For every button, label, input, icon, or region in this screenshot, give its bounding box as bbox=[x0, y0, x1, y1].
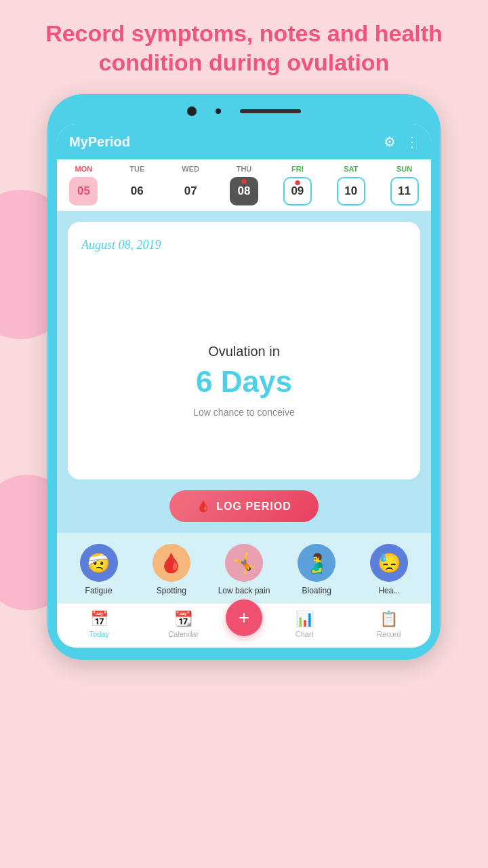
symptom-icon-1: 🩸 bbox=[152, 544, 190, 582]
day-name: SUN bbox=[396, 165, 412, 173]
log-period-label: LOG PERIOD bbox=[216, 500, 291, 513]
nav-item-record[interactable]: 📋Record bbox=[347, 610, 432, 638]
nav-item-calendar[interactable]: 📆Calendar bbox=[142, 610, 226, 638]
day-name: FRI bbox=[291, 165, 304, 173]
nav-icon-record: 📋 bbox=[380, 610, 398, 628]
ovulation-sub: Low chance to conceive bbox=[193, 407, 294, 418]
phone-dot bbox=[216, 108, 221, 114]
dot-indicator bbox=[242, 179, 247, 184]
app-title: MyPeriod bbox=[69, 134, 130, 150]
nav-icon-today: 📅 bbox=[90, 610, 108, 628]
nav-icon-calendar: 📆 bbox=[174, 610, 192, 628]
phone-frame: MyPeriod ⚙ ⋮ MON05TUE06WED07THU08FRI09SA… bbox=[47, 94, 441, 660]
card-date: August 08, 2019 bbox=[81, 238, 161, 252]
ovulation-card: August 08, 2019 Ovulation in 6 Days Low … bbox=[68, 222, 420, 479]
dot-indicator bbox=[295, 180, 300, 185]
nav-label-calendar: Calendar bbox=[168, 630, 199, 638]
day-name: MON bbox=[75, 165, 93, 173]
ovulation-label: Ovulation in bbox=[208, 344, 280, 359]
app-header: MyPeriod ⚙ ⋮ bbox=[57, 124, 431, 159]
nav-item-today[interactable]: 📅Today bbox=[57, 610, 142, 638]
symptom-label-2: Low back pain bbox=[218, 586, 270, 595]
nav-add-button[interactable]: + bbox=[226, 599, 262, 636]
nav-icon-chart: 📊 bbox=[296, 610, 314, 628]
nav-label-today: Today bbox=[89, 630, 109, 638]
day-date: 07 bbox=[176, 177, 205, 205]
symptom-label-1: Spotting bbox=[157, 586, 186, 595]
day-date: 05 bbox=[69, 177, 98, 205]
page-header: Record symptoms, notes and health condit… bbox=[0, 0, 488, 87]
symptom-icon-4: 😓 bbox=[370, 544, 408, 582]
nav-label-record: Record bbox=[377, 630, 401, 638]
symptom-label-4: Hea... bbox=[378, 586, 400, 595]
calendar-day-05[interactable]: MON05 bbox=[57, 159, 110, 211]
log-period-button[interactable]: 🩸 LOG PERIOD bbox=[169, 490, 318, 522]
calendar-day-08[interactable]: THU08 bbox=[218, 159, 271, 211]
symptom-item-0[interactable]: 🤕Fatigue bbox=[62, 544, 135, 595]
day-name: TUE bbox=[129, 165, 144, 173]
day-date: 10 bbox=[337, 177, 365, 205]
symptom-label-3: Bloating bbox=[302, 586, 331, 595]
day-date: 06 bbox=[123, 177, 151, 205]
symptom-item-1[interactable]: 🩸Spotting bbox=[135, 544, 207, 595]
calendar-day-07[interactable]: WED07 bbox=[164, 159, 218, 211]
phone-top-bar bbox=[57, 106, 431, 116]
day-date: 11 bbox=[390, 177, 419, 205]
droplet-icon: 🩸 bbox=[197, 500, 211, 513]
ovulation-days: 6 Days bbox=[196, 365, 292, 399]
calendar-week: MON05TUE06WED07THU08FRI09SAT10SUN11 bbox=[57, 159, 431, 211]
calendar-day-06[interactable]: TUE06 bbox=[110, 159, 164, 211]
nav-item-chart[interactable]: 📊Chart bbox=[262, 610, 347, 638]
day-name: SAT bbox=[344, 165, 358, 173]
day-name: WED bbox=[182, 165, 199, 173]
calendar-day-10[interactable]: SAT10 bbox=[324, 159, 378, 211]
symptom-icon-3: 🫃 bbox=[298, 544, 336, 582]
symptom-icon-2: 🤸 bbox=[225, 544, 263, 582]
main-content: August 08, 2019 Ovulation in 6 Days Low … bbox=[57, 211, 431, 533]
day-date: 08 bbox=[230, 177, 258, 205]
calendar-day-11[interactable]: SUN11 bbox=[378, 159, 431, 211]
app-header-icons: ⚙ ⋮ bbox=[384, 134, 419, 150]
day-date: 09 bbox=[283, 177, 312, 205]
calendar-day-09[interactable]: FRI09 bbox=[270, 159, 324, 211]
symptom-icon-0: 🤕 bbox=[80, 544, 118, 582]
phone-screen: MyPeriod ⚙ ⋮ MON05TUE06WED07THU08FRI09SA… bbox=[57, 124, 431, 648]
symptom-item-4[interactable]: 😓Hea... bbox=[353, 544, 426, 595]
nav-label-chart: Chart bbox=[296, 630, 314, 638]
more-icon[interactable]: ⋮ bbox=[405, 134, 419, 150]
settings-icon[interactable]: ⚙ bbox=[384, 134, 396, 150]
bottom-nav: 📅Today📆Calendar+📊Chart📋Record bbox=[57, 604, 431, 648]
symptom-item-3[interactable]: 🫃Bloating bbox=[281, 544, 353, 595]
symptoms-bar: 🤕Fatigue🩸Spotting🤸Low back pain🫃Bloating… bbox=[57, 533, 431, 604]
day-name: THU bbox=[237, 165, 252, 173]
symptom-item-2[interactable]: 🤸Low back pain bbox=[207, 544, 280, 595]
phone-speaker bbox=[240, 109, 301, 113]
phone-camera bbox=[187, 106, 197, 116]
symptom-label-0: Fatigue bbox=[85, 586, 113, 595]
